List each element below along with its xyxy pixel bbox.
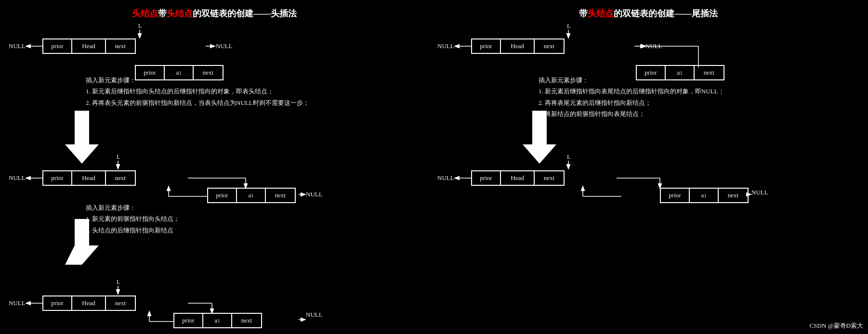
left-next-1: next	[106, 39, 135, 53]
right-next-2: next	[535, 171, 564, 185]
right-a1-node-2: prior a1 next	[660, 188, 749, 203]
right-head-2: Head	[501, 171, 535, 185]
left-prior-1: prior	[43, 39, 72, 53]
svg-text:NULL: NULL	[216, 42, 233, 50]
right-title-highlight: 头结点	[588, 9, 614, 18]
svg-marker-6	[65, 111, 99, 164]
svg-text:NULL: NULL	[9, 174, 26, 181]
left-head-3: Head	[72, 296, 106, 310]
left-a1-prior-2: prior	[208, 189, 237, 202]
left-prior-3: prior	[43, 296, 72, 310]
svg-text:NULL: NULL	[751, 189, 768, 196]
right-head-1: Head	[501, 39, 535, 53]
left-a1-val-2: a1	[237, 189, 266, 202]
right-area: 带头结点的双链表的创建——尾插法 L NULL NULL L NULL	[429, 0, 868, 334]
svg-text:L: L	[567, 22, 571, 29]
right-head-node-1: prior Head next	[471, 39, 565, 54]
right-prior-2: prior	[472, 171, 501, 185]
right-a1-prior-2: prior	[661, 189, 690, 202]
left-title: 头结点带带头结点的双链表的创建——头插法	[0, 8, 429, 19]
svg-text:NULL: NULL	[645, 42, 662, 50]
main-container: 头结点带带头结点的双链表的创建——头插法 L NULL NULL L	[0, 0, 868, 334]
svg-text:L: L	[567, 153, 571, 160]
watermark: CSDN @蒙奇D索大	[810, 321, 863, 330]
left-a1-node-3: prior a1 next	[173, 313, 262, 328]
svg-text:NULL: NULL	[306, 311, 323, 318]
svg-text:L: L	[117, 153, 120, 160]
svg-text:NULL: NULL	[437, 42, 454, 50]
right-prior-1: prior	[472, 39, 501, 53]
left-a1-node-2: prior a1 next	[207, 188, 296, 203]
left-head-node-1: prior Head next	[42, 39, 136, 54]
left-next-2: next	[106, 171, 135, 185]
left-a1-val-3: a1	[203, 314, 232, 327]
left-head-2: Head	[72, 171, 106, 185]
left-a1-prior-3: prior	[174, 314, 203, 327]
left-a1-next-2: next	[266, 189, 295, 202]
right-title: 带头结点的双链表的创建——尾插法	[429, 8, 868, 19]
svg-text:L: L	[138, 22, 142, 29]
right-head-node-2: prior Head next	[471, 170, 565, 186]
left-area: 头结点带带头结点的双链表的创建——头插法 L NULL NULL L	[0, 0, 429, 334]
right-step1-text: 插入新元素步骤： 1. 新元素后继指针指向表尾结点的后继指针指向的对象，即NUL…	[539, 75, 724, 120]
left-a1-next-3: next	[232, 314, 261, 327]
left-title-highlight: 头结点	[132, 9, 158, 18]
svg-text:L: L	[117, 278, 120, 285]
left-head-node-3: prior Head next	[42, 295, 136, 311]
left-prior-2: prior	[43, 171, 72, 185]
svg-text:NULL: NULL	[437, 174, 454, 181]
right-a1-next-2: next	[719, 189, 748, 202]
svg-text:NULL: NULL	[306, 191, 323, 198]
left-head-node-2: prior Head next	[42, 170, 136, 186]
left-step2-text: 插入新元素步骤： 1. 新元素的前驱指针指向头结点； 2. 头结点的后继指针指向…	[86, 202, 180, 236]
left-head-1: Head	[72, 39, 106, 53]
svg-text:NULL: NULL	[9, 299, 26, 307]
right-next-1: next	[535, 39, 564, 53]
svg-text:NULL: NULL	[9, 42, 26, 50]
left-step1-text: 插入新元素步骤： 1. 新元素后继指针指向头结点的后继指针指向的对象，即表头结点…	[86, 75, 309, 108]
right-a1-val-2: a1	[690, 189, 719, 202]
left-next-3: next	[106, 296, 135, 310]
